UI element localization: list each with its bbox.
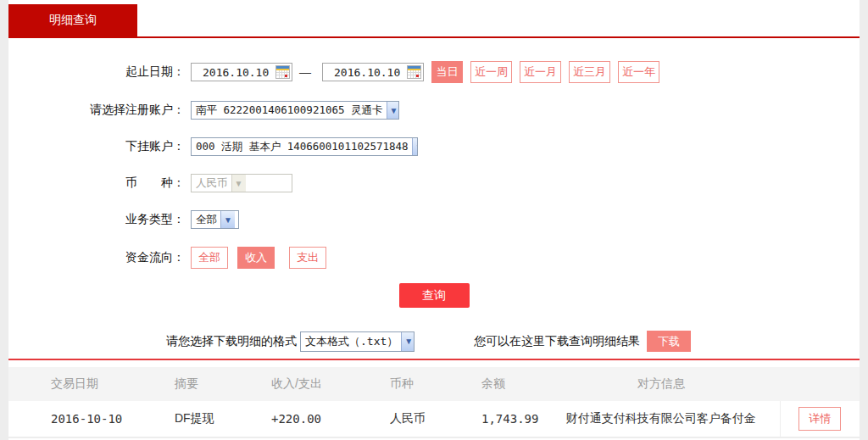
range-last-3-months-button[interactable]: 近三月 [569, 61, 610, 83]
download-row: 请您选择下载明细的格式 文本格式（.txt） ▼ 您可以在这里下载查询明细结果 … [8, 331, 860, 352]
register-account-row: 请选择注册账户： 南平 6222001406100921065 灵通卡 ▼ [8, 101, 860, 120]
query-form: 起止日期： 2016.10.10 — 2016.10.10 [8, 38, 860, 308]
business-type-label: 业务类型： [8, 212, 185, 227]
download-format-select[interactable]: 文本格式（.txt） ▼ [300, 331, 415, 352]
header-currency: 币种 [352, 367, 449, 401]
flow-all-button[interactable]: 全部 [191, 247, 228, 269]
business-type-row: 业务类型： 全部 ▼ [8, 210, 860, 229]
business-type-value: 全部 [192, 211, 220, 228]
cell-actions: 详情 [780, 401, 860, 437]
currency-row: 币 种： 人民币 ▼ [8, 174, 860, 192]
tab-detail-query[interactable]: 明细查询 [8, 4, 137, 36]
table-header-row: 交易日期 摘要 收入/支出 币种 余额 对方信息 [8, 367, 860, 401]
fund-flow-row: 资金流向： 全部 收入 支出 [8, 247, 860, 269]
fund-flow-label: 资金流向： [8, 250, 185, 265]
download-button[interactable]: 下载 [647, 331, 691, 352]
query-button-wrap: 查询 [8, 283, 860, 308]
header-actions [780, 367, 860, 401]
register-account-label: 请选择注册账户： [8, 103, 185, 118]
sub-account-select[interactable]: 000 活期 基本户 1406600101102571848 ▼ [191, 137, 418, 156]
header-balance: 余额 [449, 367, 542, 401]
results-table: 交易日期 摘要 收入/支出 币种 余额 对方信息 2016-10-10 DF提现… [8, 367, 860, 438]
currency-value: 人民币 [192, 175, 231, 192]
date-range-row: 起止日期： 2016.10.10 — 2016.10.10 [8, 61, 860, 83]
calendar-icon[interactable] [407, 65, 421, 79]
query-button[interactable]: 查询 [399, 283, 470, 308]
start-date-value: 2016.10.10 [192, 66, 275, 79]
dropdown-arrow-icon: ▼ [387, 102, 399, 119]
range-today-button[interactable]: 当日 [431, 61, 463, 83]
cell-summary: DF提现 [136, 401, 242, 437]
cell-balance: 1,743.99 [449, 401, 542, 437]
end-date-value: 2016.10.10 [323, 66, 407, 79]
range-last-week-button[interactable]: 近一周 [470, 61, 512, 83]
download-hint: 您可以在这里下载查询明细结果 [474, 334, 640, 349]
dropdown-arrow-icon: ▼ [220, 211, 235, 228]
currency-select: 人民币 ▼ [191, 174, 292, 192]
dropdown-arrow-icon: ▼ [412, 138, 418, 155]
header-trade-date: 交易日期 [8, 367, 136, 401]
flow-income-button[interactable]: 收入 [237, 247, 275, 269]
cell-trade-date: 2016-10-10 [8, 401, 136, 437]
detail-button[interactable]: 详情 [798, 407, 841, 431]
date-range-label: 起止日期： [8, 64, 185, 80]
register-account-value: 南平 6222001406100921065 灵通卡 [192, 102, 387, 119]
content-panel: 明细查询 起止日期： 2016.10.10 — 2016.10.10 [8, 0, 860, 440]
calendar-icon[interactable] [275, 65, 290, 79]
header-income-expense: 收入/支出 [242, 367, 352, 401]
date-separator: — [299, 65, 311, 79]
download-format-label: 请您选择下载明细的格式 [166, 334, 297, 349]
download-format-value: 文本格式（.txt） [301, 332, 401, 351]
dropdown-arrow-icon: ▼ [231, 175, 246, 192]
flow-expense-button[interactable]: 支出 [289, 247, 326, 269]
business-type-select[interactable]: 全部 ▼ [191, 210, 239, 229]
table-row: 2016-10-10 DF提现 +220.00 人民币 1,743.99 财付通… [8, 401, 860, 437]
dropdown-arrow-icon: ▼ [401, 332, 415, 351]
sub-account-row: 下挂账户： 000 活期 基本户 1406600101102571848 ▼ [8, 137, 860, 156]
register-account-select[interactable]: 南平 6222001406100921065 灵通卡 ▼ [191, 101, 399, 120]
start-date-input[interactable]: 2016.10.10 [191, 63, 292, 81]
red-divider [8, 359, 860, 360]
range-last-year-button[interactable]: 近一年 [618, 61, 659, 83]
cell-currency: 人民币 [352, 401, 449, 437]
cell-counterparty: 财付通支付科技有限公司客户备付金 [542, 401, 780, 437]
range-last-month-button[interactable]: 近一月 [520, 61, 561, 83]
cell-amount: +220.00 [242, 401, 352, 437]
header-counterparty: 对方信息 [542, 367, 780, 401]
header-summary: 摘要 [136, 367, 242, 401]
currency-label: 币 种： [8, 175, 185, 191]
end-date-input[interactable]: 2016.10.10 [322, 63, 424, 81]
sub-account-label: 下挂账户： [8, 139, 185, 154]
sub-account-value: 000 活期 基本户 1406600101102571848 [192, 138, 412, 155]
tab-bar: 明细查询 [8, 0, 860, 38]
